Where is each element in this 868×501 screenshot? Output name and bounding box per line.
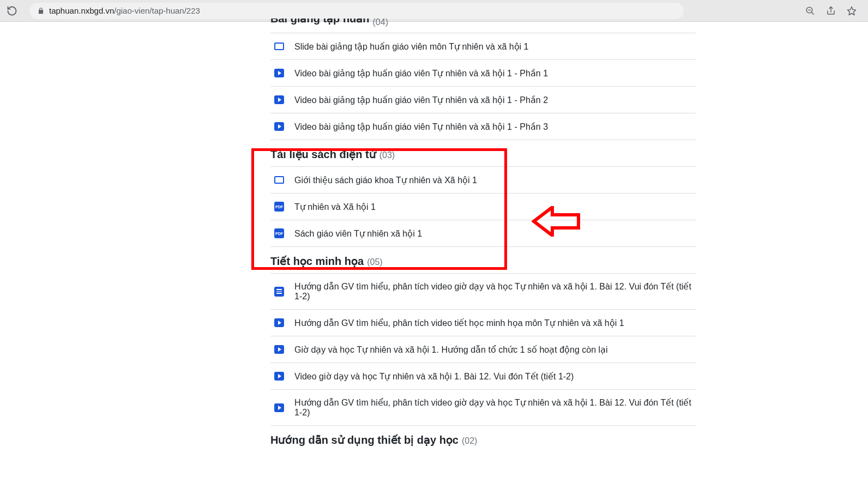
zoom-icon[interactable] [805, 5, 816, 16]
section-title: Bài giảng tập huấn [270, 19, 370, 25]
list-item[interactable]: Giờ dạy và học Tự nhiên và xã hội 1. Hướ… [270, 336, 696, 363]
list-item-label: Hướng dẫn GV tìm hiểu, phân tích video g… [294, 397, 692, 418]
video-icon [274, 121, 285, 132]
list-item[interactable]: PDFTự nhiên và Xã hội 1 [270, 194, 696, 220]
section-count: (02) [462, 436, 477, 446]
list-item[interactable]: Video bài giảng tập huấn giáo viên Tự nh… [270, 60, 696, 87]
url-domain: taphuan.nxbgd.vn [49, 6, 114, 15]
list-item[interactable]: Hướng dẫn GV tìm hiểu, phân tích video g… [270, 274, 696, 310]
reload-button[interactable] [5, 4, 19, 17]
pdf-icon: PDF [274, 228, 285, 239]
list-item-label: Giờ dạy và học Tự nhiên và xã hội 1. Hướ… [294, 345, 608, 355]
video-icon [274, 371, 285, 382]
section-title: Tài liệu sách điện tử [270, 148, 376, 161]
section-header: Hướng dẫn sử dụng thiết bị dạy học(02) [270, 426, 696, 452]
list-item[interactable]: Video bài giảng tập huấn giáo viên Tự nh… [270, 87, 696, 113]
list-item-label: Sách giáo viên Tự nhiên xã hội 1 [294, 228, 422, 239]
svg-marker-4 [848, 7, 856, 15]
list-item[interactable]: Video bài giảng tập huấn giáo viên Tự nh… [270, 113, 696, 140]
section-header: Tiết học minh họa(05) [270, 247, 696, 273]
section-title: Hướng dẫn sử dụng thiết bị dạy học [270, 433, 459, 446]
section-count: (05) [367, 257, 382, 267]
address-bar[interactable]: taphuan.nxbgd.vn/giao-vien/tap-huan/223 [29, 3, 684, 19]
section-header: Tài liệu sách điện tử(03) [270, 140, 696, 166]
video-icon [274, 68, 285, 79]
list-item-label: Hướng dẫn GV tìm hiểu, phân tích video g… [294, 281, 692, 301]
list-item[interactable]: Hướng dẫn GV tìm hiểu, phân tích video g… [270, 390, 696, 426]
list-item[interactable]: Video giờ dạy và học Tự nhiên và xã hội … [270, 363, 696, 390]
section-title: Tiết học minh họa [270, 255, 364, 268]
share-icon[interactable] [825, 5, 836, 16]
list-item-label: Tự nhiên và Xã hội 1 [294, 202, 376, 212]
section-header: Bài giảng tập huấn(04) [270, 19, 696, 33]
list-item-label: Hướng dẫn GV tìm hiểu, phân tích video t… [294, 318, 624, 328]
doc-icon [274, 286, 285, 297]
list-item[interactable]: Hướng dẫn GV tìm hiểu, phân tích video t… [270, 310, 696, 336]
slide-icon [274, 174, 285, 185]
list-item[interactable]: Giới thiệu sách giáo khoa Tự nhiên và Xã… [270, 167, 696, 194]
list-item-label: Video bài giảng tập huấn giáo viên Tự nh… [294, 95, 548, 105]
lock-icon [37, 7, 45, 15]
list-item-label: Video bài giảng tập huấn giáo viên Tự nh… [294, 68, 548, 79]
list-item[interactable]: Slide bài giảng tập huấn giáo viên môn T… [270, 33, 696, 60]
video-icon [274, 94, 285, 105]
list-item-label: Slide bài giảng tập huấn giáo viên môn T… [294, 41, 529, 52]
page-content: Bài giảng tập huấn(04)Slide bài giảng tậ… [0, 19, 868, 452]
video-icon [274, 402, 285, 413]
video-icon [274, 344, 285, 355]
section-count: (03) [379, 150, 395, 160]
list-item-label: Video bài giảng tập huấn giáo viên Tự nh… [294, 122, 548, 132]
list-item-label: Video giờ dạy và học Tự nhiên và xã hội … [294, 371, 574, 382]
video-icon [274, 317, 285, 328]
list-item-label: Giới thiệu sách giáo khoa Tự nhiên và Xã… [294, 175, 477, 185]
svg-line-1 [811, 12, 814, 15]
star-icon[interactable] [846, 5, 857, 16]
list-item[interactable]: PDFSách giáo viên Tự nhiên xã hội 1 [270, 220, 696, 247]
section-count: (04) [373, 19, 388, 27]
slide-icon [274, 41, 285, 52]
url-path: /giao-vien/tap-huan/223 [114, 6, 200, 15]
pdf-icon: PDF [274, 201, 285, 212]
